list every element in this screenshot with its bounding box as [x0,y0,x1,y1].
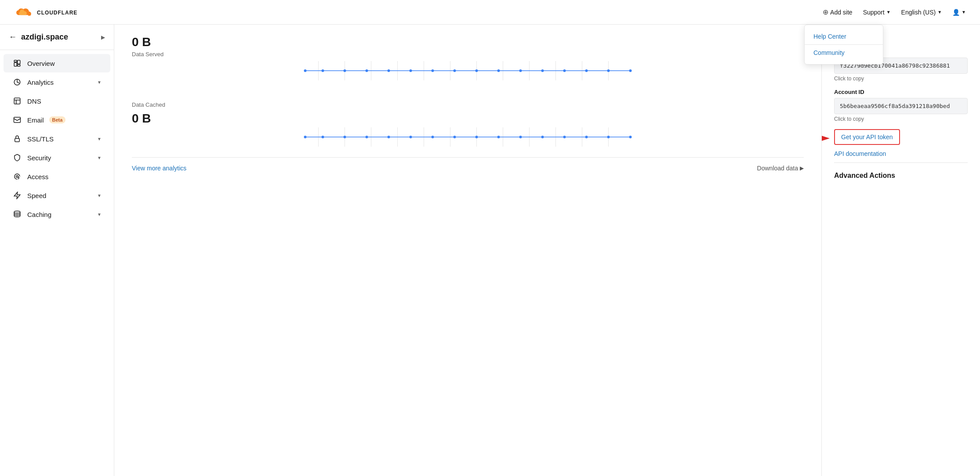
plus-icon: ⊕ [823,8,828,16]
cloudflare-logo-icon [14,6,33,18]
site-name: azdigi.space [21,32,68,42]
main-layout: ← azdigi.space ▶ Overview [0,25,980,476]
center-panel: 0 B Data Served [114,25,822,476]
svg-point-52 [304,136,307,138]
data-served-label: Data Served [132,51,804,58]
language-label: English (US) [901,9,936,16]
support-button[interactable]: Support ▼ [863,9,891,16]
analytics-icon [12,77,22,87]
svg-point-29 [432,69,434,72]
api-section-divider [834,162,968,163]
account-id-value[interactable]: 5b6beaeaa9506cf8a5da391218a90bed [834,98,968,114]
svg-rect-2 [18,60,20,64]
support-dropdown-arrow: ▼ [886,10,891,14]
red-arrow-annotation [822,131,830,147]
svg-point-34 [541,69,544,72]
overview-label: Overview [27,60,55,67]
svg-point-35 [563,69,566,72]
sidebar-item-email[interactable]: Email Beta [4,111,110,129]
caching-label: Caching [27,211,51,218]
svg-rect-0 [14,60,17,62]
data-cached-value: 0 B [132,112,804,126]
help-center-link[interactable]: Help Center [805,29,883,45]
logo: CLOUDFLARE [14,6,77,18]
play-icon: ▶ [800,165,804,171]
svg-point-25 [344,69,346,72]
nav-item-left: SSL/TLS [12,134,54,144]
svg-point-57 [410,136,412,138]
top-nav-actions: ⊕ Add site Support ▼ English (US) ▼ 👤 ▼ [823,8,966,16]
nav-item-left: Overview [12,58,55,68]
overview-icon [12,58,22,68]
nav-item-left: Speed [12,191,46,200]
svg-point-64 [563,136,566,138]
ssltls-chevron-icon: ▼ [97,137,102,141]
svg-point-55 [366,136,368,138]
user-avatar-icon: 👤 [952,9,960,16]
svg-rect-6 [14,117,21,123]
sidebar-nav: Overview Analytics ▼ D [0,50,114,227]
get-api-token-button[interactable]: Get your API token [834,129,900,145]
svg-point-67 [629,136,632,138]
data-cached-chart-block: Data Cached 0 B [132,91,804,147]
community-link[interactable]: Community [805,45,883,61]
download-data-button[interactable]: Download data ▶ [757,165,804,172]
sidebar-item-security[interactable]: Security ▼ [4,148,110,167]
svg-point-9 [14,211,20,213]
email-label: Email [27,116,44,124]
speed-chevron-icon: ▼ [97,193,102,198]
svg-point-58 [432,136,434,138]
language-dropdown-arrow: ▼ [937,10,942,14]
dns-label: DNS [27,97,41,105]
svg-point-30 [454,69,456,72]
sidebar-item-speed[interactable]: Speed ▼ [4,186,110,205]
svg-rect-1 [14,63,17,66]
view-more-analytics-link[interactable]: View more analytics [132,165,186,172]
content-body: 0 B Data Served [114,25,980,476]
sidebar-item-caching[interactable]: Caching ▼ [4,205,110,224]
nav-item-left: Security [12,153,51,162]
zone-id-copy-hint: Click to copy [834,76,968,82]
sidebar-item-access[interactable]: Access [4,167,110,186]
svg-point-27 [388,69,390,72]
svg-rect-7 [15,138,20,142]
analytics-label: Analytics [27,79,54,86]
account-id-copy-hint: Click to copy [834,116,968,122]
advanced-actions-title: Advanced Actions [834,172,968,180]
analytics-links: View more analytics Download data ▶ [132,157,804,172]
brand-name: CLOUDFLARE [37,10,77,15]
top-navigation: CLOUDFLARE ⊕ Add site Support ▼ English … [0,0,980,25]
user-menu-button[interactable]: 👤 ▼ [952,9,966,16]
add-site-button[interactable]: ⊕ Add site [823,8,853,16]
back-arrow-link[interactable]: ← [9,32,17,42]
nav-item-left: Analytics [12,77,54,87]
shield-icon [12,153,22,162]
sidebar-item-ssltls[interactable]: SSL/TLS ▼ [4,130,110,148]
api-documentation-link[interactable]: API documentation [834,150,968,157]
site-chevron-icon[interactable]: ▶ [101,34,105,40]
svg-marker-69 [822,135,830,141]
dns-icon [12,96,22,106]
svg-point-36 [585,69,588,72]
nav-item-left: Email Beta [12,115,65,125]
sidebar-item-dns[interactable]: DNS [4,92,110,110]
svg-point-65 [585,136,588,138]
svg-point-60 [475,136,478,138]
support-label: Support [863,9,885,16]
svg-point-33 [519,69,522,72]
svg-point-23 [304,69,307,72]
sidebar-item-analytics[interactable]: Analytics ▼ [4,73,110,91]
sidebar: ← azdigi.space ▶ Overview [0,25,114,476]
access-label: Access [27,173,48,180]
user-dropdown-arrow: ▼ [962,10,966,14]
svg-point-31 [475,69,478,72]
sidebar-item-overview[interactable]: Overview [4,54,110,72]
access-icon [12,172,22,181]
svg-point-53 [322,136,324,138]
data-served-chart-block: 0 B Data Served [132,25,804,80]
language-selector[interactable]: English (US) ▼ [901,9,942,16]
add-site-label: Add site [830,9,853,16]
svg-point-32 [497,69,500,72]
nav-item-left: Caching [12,209,51,219]
svg-point-62 [519,136,522,138]
